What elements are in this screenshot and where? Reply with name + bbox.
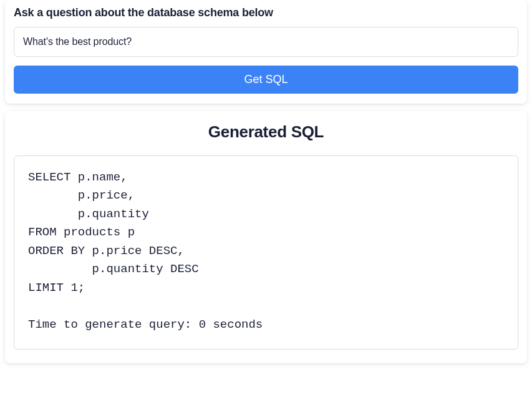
prompt-label: Ask a question about the database schema…: [14, 6, 518, 19]
result-heading: Generated SQL: [14, 122, 518, 142]
get-sql-button[interactable]: Get SQL: [14, 66, 518, 94]
result-card: Generated SQL SELECT p.name, p.price, p.…: [5, 111, 527, 363]
question-input[interactable]: [14, 27, 518, 57]
generated-sql-code: SELECT p.name, p.price, p.quantity FROM …: [14, 155, 518, 350]
question-card: Ask a question about the database schema…: [5, 0, 527, 104]
